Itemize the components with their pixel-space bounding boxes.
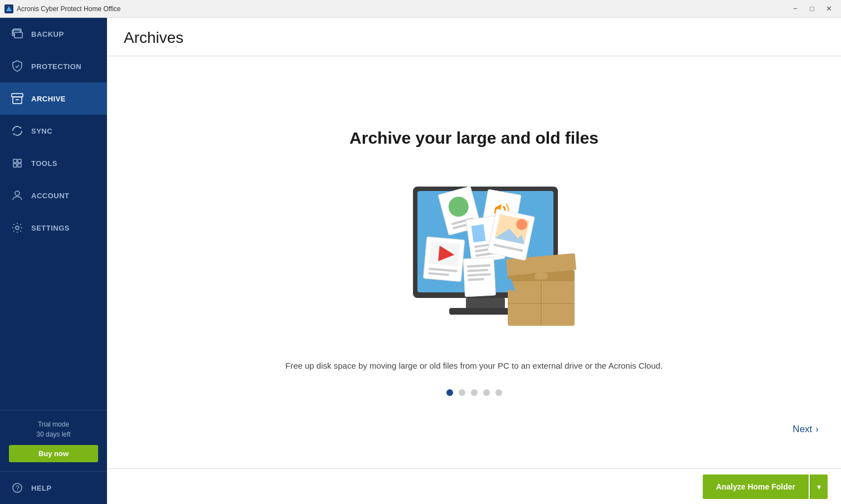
footer-bar: Analyze Home Folder ▾ (107, 468, 841, 504)
svg-rect-8 (18, 159, 21, 163)
sidebar-item-account-label: ACCOUNT (31, 192, 70, 200)
maximize-button[interactable]: □ (804, 2, 820, 16)
sidebar-item-tools-label: TOOLS (31, 159, 57, 168)
help-icon: ? (11, 482, 23, 494)
pagination-dots (446, 389, 502, 396)
svg-point-12 (16, 226, 19, 229)
hero-title: Archive your large and old files (349, 129, 599, 148)
svg-rect-9 (13, 164, 17, 167)
archive-icon (11, 92, 23, 105)
sidebar-nav: BACKUP PROTECTION (0, 18, 107, 410)
pagination-dot-3[interactable] (471, 389, 478, 396)
pagination-dot-5[interactable] (495, 389, 502, 396)
next-button-label: Next (793, 424, 812, 435)
protection-icon (11, 60, 23, 72)
main-layout: BACKUP PROTECTION (0, 18, 841, 504)
sidebar-item-settings-label: SETTINGS (31, 224, 70, 232)
trial-mode-text: Trial mode30 days left (9, 419, 98, 439)
titlebar-left: Acronis Cyber Protect Home Office (4, 4, 121, 13)
sidebar-item-backup-label: BACKUP (31, 30, 64, 38)
dropdown-chevron-icon: ▾ (817, 482, 821, 491)
svg-rect-38 (471, 224, 485, 243)
analyze-dropdown-button[interactable]: ▾ (810, 474, 828, 499)
svg-text:?: ? (16, 485, 20, 492)
tools-icon (11, 157, 23, 169)
account-icon (11, 189, 23, 202)
sidebar-item-help[interactable]: ? HELP (0, 471, 107, 504)
sidebar-item-archive-label: ARCHIVE (31, 95, 66, 103)
svg-rect-23 (534, 273, 548, 280)
svg-rect-10 (18, 164, 21, 167)
sidebar-item-account[interactable]: ACCOUNT (0, 179, 107, 212)
sidebar-item-settings[interactable]: SETTINGS (0, 212, 107, 244)
next-button[interactable]: Next › (793, 424, 819, 435)
page-header: Archives (107, 18, 841, 56)
sidebar-item-protection-label: PROTECTION (31, 62, 81, 71)
sidebar: BACKUP PROTECTION (0, 18, 107, 504)
sidebar-bottom: Trial mode30 days left Buy now (0, 410, 107, 471)
close-button[interactable]: ✕ (821, 2, 837, 16)
pagination-dot-2[interactable] (459, 389, 465, 396)
svg-rect-47 (463, 257, 495, 297)
page-body: Archive your large and old files (107, 56, 841, 468)
sidebar-item-protection[interactable]: PROTECTION (0, 50, 107, 82)
sidebar-item-sync[interactable]: SYNC (0, 115, 107, 147)
titlebar-controls: − □ ✕ (787, 2, 837, 16)
hero-description: Free up disk space by moving large or ol… (285, 359, 663, 373)
next-button-area: Next › (793, 424, 819, 435)
sidebar-item-archive[interactable]: ARCHIVE (0, 82, 107, 115)
titlebar-title: Acronis Cyber Protect Home Office (17, 5, 121, 13)
analyze-home-folder-button[interactable]: Analyze Home Folder (703, 474, 809, 499)
pagination-dot-1[interactable] (446, 389, 453, 396)
pagination-dot-4[interactable] (483, 389, 490, 396)
minimize-button[interactable]: − (787, 2, 803, 16)
sidebar-item-backup[interactable]: BACKUP (0, 18, 107, 50)
sidebar-item-tools[interactable]: TOOLS (0, 147, 107, 179)
svg-rect-4 (12, 94, 23, 97)
settings-icon (11, 222, 23, 234)
svg-rect-5 (13, 97, 22, 104)
content-area: Archives Archive your large and old file… (107, 18, 841, 504)
svg-rect-17 (466, 298, 505, 309)
next-arrow-icon: › (815, 424, 819, 435)
hero-illustration (357, 170, 591, 337)
svg-rect-7 (13, 159, 17, 163)
buy-now-button[interactable]: Buy now (9, 445, 98, 462)
titlebar: Acronis Cyber Protect Home Office − □ ✕ (0, 0, 841, 18)
sidebar-item-sync-label: SYNC (31, 127, 52, 135)
svg-marker-0 (6, 6, 12, 11)
sync-icon (11, 125, 23, 137)
app-icon (4, 4, 13, 13)
page-title: Archives (124, 29, 824, 47)
backup-icon (11, 28, 23, 40)
sidebar-item-help-label: HELP (31, 484, 52, 492)
svg-rect-3 (14, 32, 22, 38)
svg-point-11 (15, 191, 20, 195)
